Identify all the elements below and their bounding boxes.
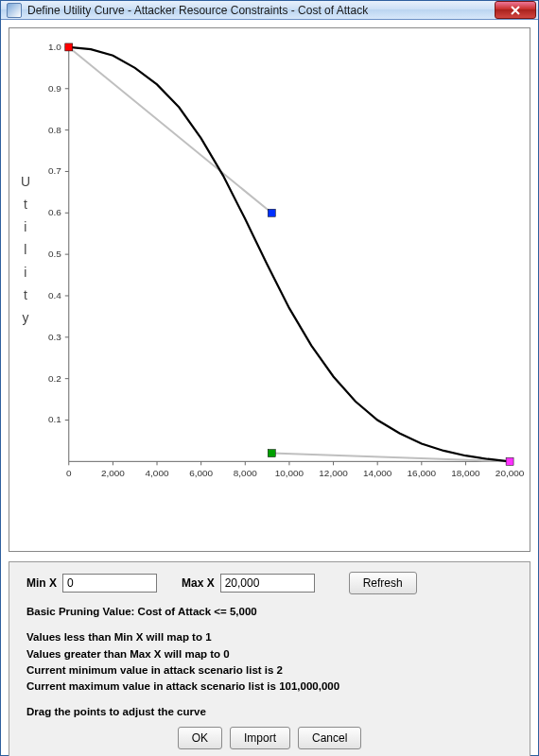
svg-text:l: l [24, 242, 26, 257]
min-x-input[interactable] [62, 574, 157, 593]
control-point-p3[interactable] [506, 457, 513, 465]
client-area: 0.10.20.30.40.50.60.70.80.91.002,0004,00… [1, 20, 538, 756]
max-x-label: Max X [182, 576, 215, 590]
svg-text:0.6: 0.6 [48, 207, 61, 217]
info-line-4: Current maximum value in attack scenario… [26, 679, 516, 695]
svg-text:16,000: 16,000 [408, 468, 437, 478]
cancel-button[interactable]: Cancel [298, 727, 361, 749]
svg-text:0.8: 0.8 [48, 125, 61, 135]
import-button[interactable]: Import [230, 727, 290, 749]
svg-text:12,000: 12,000 [319, 468, 348, 478]
svg-text:4,000: 4,000 [146, 468, 169, 478]
dialog-buttons: OK Import Cancel [23, 727, 516, 749]
svg-text:y: y [22, 310, 28, 325]
svg-text:0.1: 0.1 [48, 414, 61, 424]
control-line-upper [69, 47, 272, 213]
svg-text:8,000: 8,000 [234, 468, 257, 478]
svg-text:0.4: 0.4 [48, 290, 61, 301]
svg-text:1.0: 1.0 [48, 42, 61, 52]
control-point-p0[interactable] [65, 43, 73, 51]
utility-chart[interactable]: 0.10.20.30.40.50.60.70.80.91.002,0004,00… [9, 28, 530, 551]
info-text: Basic Pruning Value: Cost of Attack <= 5… [23, 604, 516, 721]
svg-text:2,000: 2,000 [101, 468, 125, 478]
svg-text:t: t [24, 287, 27, 302]
svg-text:20,000: 20,000 [496, 468, 525, 478]
pruning-line: Basic Pruning Value: Cost of Attack <= 5… [26, 604, 516, 620]
refresh-button[interactable]: Refresh [349, 572, 417, 594]
svg-text:14,000: 14,000 [363, 468, 392, 478]
controls-panel: Min X Max X Refresh Basic Pruning Value:… [9, 561, 530, 756]
close-icon [510, 6, 521, 15]
range-row: Min X Max X Refresh [23, 572, 516, 594]
titlebar[interactable]: Define Utility Curve - Attacker Resource… [1, 1, 538, 20]
svg-text:10,000: 10,000 [275, 468, 304, 478]
svg-text:0.5: 0.5 [48, 249, 61, 259]
max-x-input[interactable] [220, 574, 315, 593]
svg-text:0: 0 [66, 468, 72, 478]
control-point-p1[interactable] [268, 209, 275, 216]
dialog-window: Define Utility Curve - Attacker Resource… [0, 0, 539, 756]
app-icon [7, 3, 22, 18]
utility-curve [69, 47, 510, 461]
svg-text:i: i [24, 219, 26, 234]
info-line-1: Values less than Min X will map to 1 [26, 629, 516, 645]
svg-text:18,000: 18,000 [451, 468, 480, 478]
chart-panel: 0.10.20.30.40.50.60.70.80.91.002,0004,00… [9, 27, 530, 552]
svg-text:0.7: 0.7 [48, 165, 61, 176]
svg-text:0.2: 0.2 [48, 373, 61, 384]
svg-text:U: U [21, 174, 30, 189]
control-point-p2[interactable] [268, 450, 275, 457]
drag-hint: Drag the points to adjust the curve [26, 704, 516, 720]
ok-button[interactable]: OK [178, 727, 222, 749]
svg-text:0.9: 0.9 [48, 83, 61, 94]
window-title: Define Utility Curve - Attacker Resource… [27, 4, 495, 17]
min-x-label: Min X [26, 576, 57, 590]
svg-text:i: i [24, 265, 26, 280]
svg-text:t: t [24, 197, 27, 212]
info-line-3: Current minimum value in attack scenario… [26, 662, 516, 679]
svg-text:6,000: 6,000 [189, 468, 213, 478]
info-line-2: Values greater than Max X will map to 0 [26, 646, 516, 662]
svg-text:0.3: 0.3 [48, 332, 61, 342]
close-button[interactable] [495, 1, 536, 19]
